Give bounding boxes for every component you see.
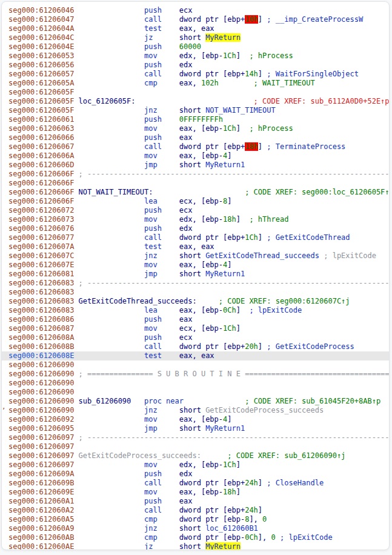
code-token: eax <box>179 133 193 142</box>
code-token: call <box>144 142 162 151</box>
code-line[interactable]: seg000:61206076 push edx <box>2 224 389 233</box>
code-line[interactable]: seg000:61206097 ; ----------------------… <box>2 433 389 442</box>
code-line-selected[interactable]: seg000:6120608E test eax, eax <box>2 351 389 361</box>
code-token <box>158 533 179 542</box>
code-token: eax, eax <box>179 351 214 360</box>
code-line[interactable]: seg000:612060AE jz short MyReturn <box>2 542 389 550</box>
code-line[interactable]: seg000:61206090 <box>2 379 389 388</box>
code-line[interactable]: seg000:6120605F jnz short NOT_WAIT_TIMEO… <box>2 106 389 115</box>
code-token <box>162 115 179 124</box>
code-line[interactable]: seg000:6120605A cmp eax, 102h ; WAIT_TIM… <box>2 79 389 88</box>
code-line[interactable]: seg000:6120607A test eax, eax <box>2 242 389 251</box>
line-address: seg000:61206063 <box>8 124 74 133</box>
code-token: loc_6120605F: <box>79 97 136 105</box>
code-line[interactable]: seg000:6120608B call dword ptr [ebp+20h]… <box>2 342 389 351</box>
code-line[interactable]: seg000:61206090 <box>2 361 389 370</box>
code-line[interactable]: seg000:61206090 ; =============== S U B … <box>2 370 389 379</box>
code-token <box>74 215 144 224</box>
code-line[interactable]: seg000:6120606A mov eax, [ebp-4] <box>2 151 389 161</box>
code-token: push <box>144 497 162 505</box>
code-line[interactable]: seg000:6120609E mov eax, [ebp-18h] <box>2 488 389 497</box>
code-token: push <box>144 6 162 15</box>
code-line[interactable]: seg000:61206090 sub_61206090 proc near ;… <box>2 397 389 406</box>
line-address: seg000:6120606F <box>8 179 74 187</box>
code-line[interactable]: ’seg000:61206090 jnz short GetExitCodePr… <box>2 406 389 415</box>
line-address: seg000:61206092 <box>8 415 74 424</box>
code-line[interactable]: seg000:61206083 <box>2 288 389 297</box>
code-token: ] <box>227 261 231 269</box>
code-token: eax, eax <box>179 24 214 33</box>
code-line[interactable]: seg000:61206083 GetExitCodeThread_succee… <box>2 297 389 306</box>
code-line[interactable]: seg000:6120607C jnz short GetExitCodeThr… <box>2 251 389 261</box>
code-line[interactable]: seg000:61206072 push ecx <box>2 206 389 215</box>
code-line[interactable]: seg000:6120605F loc_6120605F: ; CODE XRE… <box>2 97 389 106</box>
code-token: mov <box>144 460 158 469</box>
code-line[interactable]: seg000:6120607E mov eax, [ebp-4] <box>2 261 389 270</box>
code-token <box>162 224 179 233</box>
code-line[interactable]: seg000:6120604A test eax, eax <box>2 24 389 33</box>
code-line[interactable]: seg000:612060A5 cmp dword ptr [ebp-8], 0 <box>2 515 389 524</box>
code-line[interactable]: seg000:61206083 lea eax, [ebp-0Ch] ; lpE… <box>2 306 389 315</box>
code-line[interactable]: seg000:61206083 ; ----------------------… <box>2 279 389 288</box>
code-token: 18h <box>223 488 236 496</box>
code-line[interactable]: seg000:612060A1 push eax <box>2 497 389 506</box>
line-address: seg000:6120609A <box>8 470 74 478</box>
code-line[interactable]: seg000:6120608A push ecx <box>2 333 389 342</box>
code-token <box>74 497 144 505</box>
code-line[interactable]: seg000:61206087 mov ecx, [ebp-1Ch] <box>2 324 389 333</box>
code-line[interactable]: seg000:61206077 call dword ptr [ebp+1Ch]… <box>2 233 389 242</box>
code-line[interactable]: seg000:61206056 push edx <box>2 61 389 70</box>
code-line[interactable]: seg000:612060A2 call dword ptr [ebp+24h] <box>2 506 389 515</box>
code-token: mov <box>144 488 158 496</box>
code-line[interactable]: seg000:612060AB cmp dword ptr [ebp-0Ch],… <box>2 533 389 542</box>
code-line[interactable]: seg000:61206086 push eax <box>2 315 389 324</box>
code-line[interactable]: seg000:61206047 call dword ptr [ebp+10h]… <box>2 15 389 24</box>
code-line[interactable]: seg000:6120609A push edx <box>2 470 389 479</box>
code-token: eax, [ebp- <box>179 124 223 133</box>
code-token <box>162 479 179 487</box>
code-token <box>74 115 144 124</box>
code-token <box>158 324 179 333</box>
code-line[interactable]: seg000:6120604E push 60000 <box>2 42 389 52</box>
code-line[interactable]: seg000:61206073 mov edx, [ebp-18h] ; hTh… <box>2 215 389 224</box>
code-line[interactable]: seg000:61206095 jmp short MyReturn1 <box>2 424 389 433</box>
code-token: ; WAIT_TIMEOUT <box>254 79 315 87</box>
code-line[interactable]: seg000:6120605F <box>2 88 389 97</box>
code-line[interactable]: seg000:61206097 mov edx, [ebp-1Ch] <box>2 460 389 470</box>
code-token: dword ptr [ebp+ <box>179 342 245 351</box>
code-line[interactable]: seg000:6120606F ; ----------------------… <box>2 170 389 179</box>
code-line[interactable]: seg000:61206097 <box>2 442 389 451</box>
yellow-highlighted-token: MyReturn <box>205 33 241 42</box>
line-address: seg000:61206086 <box>8 315 74 324</box>
code-line[interactable]: seg000:612060A9 jnz short loc_612060B1 <box>2 524 389 533</box>
code-line[interactable]: seg000:6120606F <box>2 179 389 188</box>
code-token <box>74 479 144 487</box>
code-line[interactable]: seg000:61206067 call dword ptr [ebp+18h]… <box>2 142 389 151</box>
code-line[interactable]: seg000:61206097 GetExitCodeProcess_succe… <box>2 451 389 460</box>
line-address: seg000:6120609E <box>8 488 74 496</box>
code-line[interactable]: seg000:6120609B call dword ptr [ebp+24h]… <box>2 479 389 488</box>
code-line[interactable]: seg000:61206053 mov edx, [ebp-1Ch] ; hPr… <box>2 52 389 61</box>
code-line[interactable]: seg000:61206061 push 0FFFFFFFFh <box>2 115 389 124</box>
code-token <box>162 342 179 351</box>
code-token: dword ptr [ebp- <box>179 515 245 523</box>
code-line[interactable]: seg000:6120606D jmp short MyReturn1 <box>2 161 389 170</box>
code-line[interactable]: seg000:6120606F NOT_WAIT_TIMEOUT: ; CODE… <box>2 188 389 197</box>
code-line[interactable]: seg000:61206057 call dword ptr [ebp+14h]… <box>2 70 389 79</box>
line-address: seg000:612060A5 <box>8 515 74 523</box>
code-line[interactable]: seg000:6120604C jz short MyReturn <box>2 33 389 42</box>
code-token: dword ptr [ebp+ <box>179 506 245 514</box>
line-address: seg000:61206056 <box>8 61 74 69</box>
code-line[interactable]: seg000:6120606F lea ecx, [ebp-8] <box>2 197 389 206</box>
code-token <box>74 188 78 196</box>
disassembly-view: seg000:61206046 push ecxseg000:61206047 … <box>2 6 389 550</box>
code-line[interactable]: seg000:61206081 jmp short MyReturn1 <box>2 270 389 279</box>
code-line[interactable]: seg000:61206090 <box>2 388 389 397</box>
code-line[interactable]: seg000:61206066 push eax <box>2 133 389 142</box>
code-token: 18h <box>223 215 236 224</box>
line-address: seg000:61206053 <box>8 52 74 60</box>
code-line[interactable]: seg000:61206063 mov eax, [ebp-1Ch] ; hPr… <box>2 124 389 133</box>
code-line[interactable]: seg000:61206092 mov eax, [ebp-4] <box>2 415 389 424</box>
code-token <box>241 124 249 133</box>
code-line[interactable]: seg000:61206046 push ecx <box>2 6 389 15</box>
